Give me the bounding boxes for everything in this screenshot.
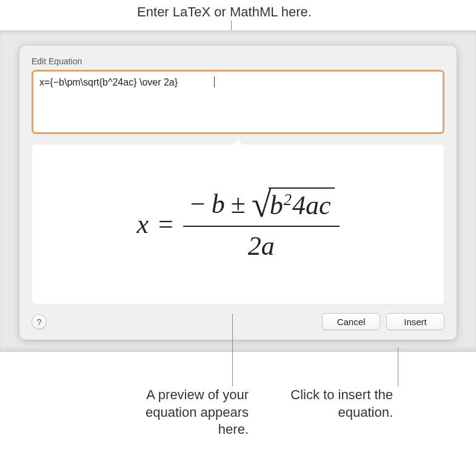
annotation-top: Enter LaTeX or MathML here. (127, 4, 321, 21)
minus-sign: − (190, 189, 206, 220)
equation-lhs: x (136, 209, 149, 240)
rendered-equation: x = −b ± √ b24ac 2a (136, 186, 339, 263)
callout-line (232, 314, 233, 386)
cancel-button[interactable]: Cancel (322, 313, 380, 330)
plus-minus-sign: ± (231, 189, 246, 220)
denominator: 2a (243, 227, 280, 263)
text-cursor (214, 76, 215, 87)
edit-equation-dialog: Edit Equation x = −b ± √ b24ac (19, 46, 457, 340)
equation-input[interactable] (33, 72, 443, 132)
help-button[interactable]: ? (32, 314, 47, 329)
fraction: −b ± √ b24ac 2a (183, 186, 340, 263)
dialog-title: Edit Equation (32, 56, 444, 66)
square-root: √ b24ac (252, 187, 335, 221)
equation-preview: x = −b ± √ b24ac 2a (32, 144, 444, 305)
numerator: −b ± √ b24ac (183, 186, 340, 227)
var-b2: b (270, 190, 283, 221)
equals-sign: = (158, 209, 173, 240)
insert-button[interactable]: Insert (386, 313, 444, 330)
exponent-2: 2 (284, 190, 292, 209)
dialog-footer: ? Cancel Insert (32, 313, 444, 330)
preview-notch-icon (234, 140, 243, 144)
var-b: b (212, 189, 225, 220)
radicand: b24ac (269, 187, 335, 221)
input-wrapper (32, 70, 444, 134)
callout-line (398, 347, 398, 386)
annotation-insert: Click to insert the equation. (272, 386, 393, 421)
annotation-preview: A preview of your equation appears here. (127, 386, 249, 439)
radical-icon: √ (252, 192, 272, 217)
term-4ac: 4ac (292, 190, 331, 221)
